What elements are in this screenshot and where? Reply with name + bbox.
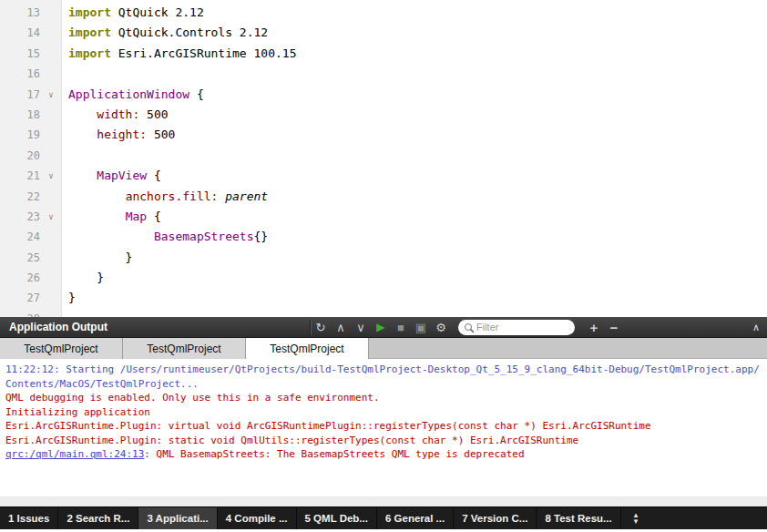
fold-spacer	[40, 268, 62, 288]
code-line[interactable]: 28	[0, 309, 767, 317]
expander-down-icon: ▾	[634, 518, 639, 525]
zoom-out-icon[interactable]: −	[604, 318, 624, 337]
line-number: 25	[0, 248, 40, 268]
output-text: QML debugging is enabled. Only use this …	[5, 392, 380, 404]
fold-spacer	[40, 227, 62, 247]
zoom-in-icon[interactable]: +	[584, 318, 604, 337]
output-text: Initializing application	[5, 406, 150, 418]
pane-gap	[0, 496, 767, 506]
line-number: 21	[0, 166, 40, 186]
code-text	[62, 146, 68, 166]
fold-spacer	[40, 105, 62, 125]
code-text	[62, 309, 68, 317]
code-text: }	[62, 248, 132, 268]
output-tab[interactable]: TestQmlProject	[0, 338, 123, 359]
code-line[interactable]: 27}	[0, 288, 767, 308]
code-text: import Esri.ArcGISRuntime 100.15	[62, 44, 296, 64]
code-line[interactable]: 24 BasemapStreets{}	[0, 227, 767, 247]
output-pane-button[interactable]: 7 Version C...	[454, 507, 537, 529]
fold-marker-icon[interactable]: ∨	[40, 85, 62, 105]
output-text: Esri.ArcGISRuntime.Plugin: virtual void …	[5, 420, 651, 432]
line-number: 14	[0, 23, 40, 43]
line-number: 28	[0, 309, 40, 317]
code-text: import QtQuick 2.12	[62, 3, 204, 23]
line-number: 23	[0, 207, 40, 227]
output-pane-button[interactable]: 4 Compile ...	[218, 507, 297, 529]
code-editor[interactable]: 13import QtQuick 2.1214import QtQuick.Co…	[0, 0, 767, 317]
code-text: }	[62, 288, 76, 308]
output-pane-button[interactable]: 8 Test Resu...	[537, 507, 620, 529]
output-pane-header: Application Output ↻ ∧ ∨ ▶ ■ ▣ ⚙ + − ∧	[0, 317, 767, 338]
output-body[interactable]: 11:22:12: Starting /Users/runtimeuser/Qt…	[0, 359, 767, 496]
code-line[interactable]: 23∨ Map {	[0, 207, 767, 227]
stop-icon[interactable]: ■	[391, 318, 411, 337]
code-line[interactable]: 17∨ApplicationWindow {	[0, 85, 767, 105]
line-number: 26	[0, 268, 40, 288]
fold-spacer	[40, 125, 62, 145]
output-pane-button[interactable]: 2 Search R...	[58, 507, 138, 529]
fold-spacer	[40, 248, 62, 268]
output-pane-button[interactable]: 3 Applicati...	[138, 507, 217, 529]
collapse-pane-icon[interactable]: ∧	[752, 322, 760, 333]
output-pane-button[interactable]: 1 Issues	[0, 507, 58, 529]
code-line[interactable]: 18 width: 500	[0, 105, 767, 125]
line-number: 19	[0, 125, 40, 145]
line-number: 18	[0, 105, 40, 125]
code-text: width: 500	[62, 105, 169, 125]
fold-spacer	[40, 187, 62, 207]
code-line[interactable]: 13import QtQuick 2.12	[0, 3, 767, 23]
output-text: Esri.ArcGISRuntime.Plugin: static void Q…	[5, 435, 578, 446]
code-text: anchors.fill: parent	[62, 187, 268, 207]
output-pane-button[interactable]: 6 General ...	[377, 507, 454, 529]
output-pane-button[interactable]: 5 QML Deb...	[297, 507, 377, 529]
code-line[interactable]: 22 anchors.fill: parent	[0, 187, 767, 207]
next-item-icon[interactable]: ∨	[351, 318, 371, 337]
line-number: 22	[0, 187, 40, 207]
run-icon[interactable]: ▶	[371, 318, 391, 337]
fold-spacer	[40, 44, 62, 64]
code-line[interactable]: 16	[0, 64, 767, 84]
previous-item-icon[interactable]: ∧	[331, 318, 351, 337]
fold-spacer	[40, 23, 62, 43]
code-line[interactable]: 26 }	[0, 268, 767, 288]
code-text	[62, 64, 68, 84]
line-number: 17	[0, 85, 40, 105]
fold-spacer	[40, 3, 62, 23]
line-number: 16	[0, 64, 40, 84]
line-number: 20	[0, 146, 40, 166]
output-tabstrip: TestQmlProjectTestQmlProjectTestQmlProje…	[0, 338, 767, 359]
code-line[interactable]: 19 height: 500	[0, 125, 767, 145]
output-tab[interactable]: TestQmlProject	[246, 338, 369, 359]
output-tab[interactable]: TestQmlProject	[123, 338, 246, 359]
fold-spacer	[40, 146, 62, 166]
output-text: 11:22:12: Starting /Users/runtimeuser/Qt…	[5, 363, 760, 390]
code-text: import QtQuick.Controls 2.12	[62, 23, 268, 43]
source-location-link[interactable]: qrc:/qml/main.qml:24:13	[5, 448, 144, 460]
gear-icon[interactable]: ⚙	[431, 318, 451, 337]
pane-expander-icon[interactable]: ▴ ▾	[634, 507, 639, 529]
output-line: QML debugging is enabled. Only use this …	[5, 391, 762, 405]
line-number: 15	[0, 44, 40, 64]
search-icon	[465, 323, 472, 331]
filter-input[interactable]	[476, 322, 560, 332]
code-line[interactable]: 14import QtQuick.Controls 2.12	[0, 23, 767, 43]
code-text: }	[62, 268, 104, 288]
output-line: Esri.ArcGISRuntime.Plugin: virtual void …	[5, 419, 762, 434]
output-line: Esri.ArcGISRuntime.Plugin: static void Q…	[5, 434, 762, 448]
code-line[interactable]: 21∨ MapView {	[0, 166, 767, 186]
attach-debugger-icon[interactable]: ▣	[411, 318, 431, 337]
fold-spacer	[40, 309, 62, 317]
rerun-icon[interactable]: ↻	[311, 318, 331, 337]
code-line[interactable]: 15import Esri.ArcGISRuntime 100.15	[0, 44, 767, 64]
line-number: 27	[0, 288, 40, 308]
code-text: MapView {	[62, 166, 161, 186]
output-text: : QML BasemapStreets: The BasemapStreets…	[144, 448, 524, 460]
code-text: Map {	[62, 207, 161, 227]
code-lines: 13import QtQuick 2.1214import QtQuick.Co…	[0, 3, 767, 317]
code-text: BasemapStreets{}	[62, 227, 268, 247]
output-line: Initializing application	[5, 405, 762, 420]
code-line[interactable]: 25 }	[0, 248, 767, 268]
fold-marker-icon[interactable]: ∨	[40, 207, 62, 227]
fold-marker-icon[interactable]: ∨	[40, 166, 62, 186]
code-line[interactable]: 20	[0, 146, 767, 166]
